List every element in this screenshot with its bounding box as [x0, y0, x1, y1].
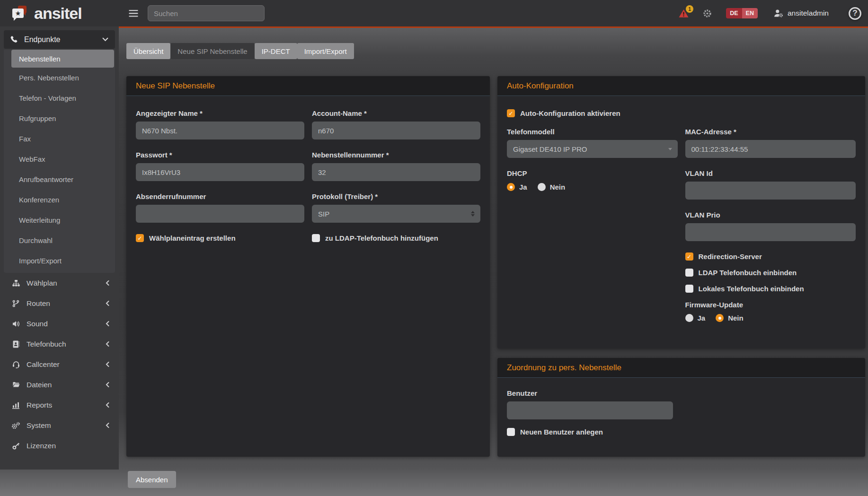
benutzer-field[interactable] — [507, 401, 673, 419]
main-content: Übersicht Neue SIP Nebenstelle IP-DECT I… — [119, 28, 868, 496]
sidebar-item-label: Nebenstellen — [19, 55, 61, 63]
sidebar-item-rufgruppen[interactable]: Rufgruppen — [4, 108, 115, 129]
sidebar-group-callcenter[interactable]: Callcenter — [0, 354, 119, 374]
mac-adresse-field[interactable] — [685, 140, 856, 158]
tab-ip-dect[interactable]: IP-DECT — [255, 43, 297, 59]
panel-body: Angezeigter Name * Account-Name * Passwo… — [126, 96, 490, 242]
check-glyph: ✓ — [508, 110, 513, 117]
benutzer-label: Benutzer — [507, 389, 856, 397]
autokonfiguration-aktivieren-checkbox[interactable]: ✓ Auto-Konfiguration aktivieren — [507, 109, 856, 117]
sidebar-item-import-export[interactable]: Import/Export — [4, 251, 115, 271]
vlan-prio-field[interactable] — [685, 223, 856, 241]
sidebar-item-label: Handbuch — [57, 470, 90, 470]
passwort-label: Passwort * — [136, 151, 304, 159]
tab-uebersicht[interactable]: Übersicht — [126, 43, 170, 59]
sidebar-item-handbuch[interactable]: Handbuch — [0, 463, 119, 470]
account-name-label: Account-Name * — [312, 109, 480, 117]
tab-neue-sip-nebenstelle[interactable]: Neue SIP Nebenstelle — [170, 43, 254, 59]
user-menu[interactable]: ansiteladmin — [774, 9, 829, 17]
passwort-field[interactable] — [136, 163, 304, 181]
firmware-ja-radio[interactable] — [685, 314, 693, 322]
sidebar-item-pers-nebenstellen[interactable]: Pers. Nebenstellen — [4, 68, 115, 88]
lang-de-button[interactable]: DE — [726, 8, 742, 18]
dhcp-ja-radio[interactable] — [507, 183, 515, 191]
tab-label: Neue SIP Nebenstelle — [177, 47, 247, 55]
submit-button[interactable]: Absenden — [128, 471, 176, 488]
absenderrufnummer-field[interactable] — [136, 205, 304, 223]
checkbox-label: zu LDAP-Telefonbuch hinzufügen — [325, 234, 438, 242]
select-updown-icon — [471, 211, 475, 217]
sidebar-submenu-endpunkte: Nebenstellen Pers. Nebenstellen Telefon … — [4, 50, 115, 273]
sidebar-item-anrufbeantworter[interactable]: Anrufbeantworter — [4, 169, 115, 190]
sidebar-group-label: Reports — [27, 401, 52, 409]
search-input[interactable] — [148, 5, 265, 21]
language-switch: DE EN — [726, 8, 758, 18]
telefonmodell-selected-value: Gigaset DE410 IP PRO — [513, 145, 587, 153]
panel-title-text: Zuordnung zu pers. Nebenstelle — [507, 363, 621, 373]
sidebar-item-weiterleitung[interactable]: Weiterleitung — [4, 210, 115, 230]
volume-icon — [11, 320, 20, 328]
chevron-left-icon — [106, 321, 109, 327]
sidebar-item-fax[interactable]: Fax — [4, 129, 115, 149]
sidebar-group-dateien[interactable]: Dateien — [0, 374, 119, 395]
firmware-nein-radio[interactable] — [716, 314, 724, 322]
sidebar-group-label: Sound — [27, 320, 48, 328]
checkbox-checked-icon: ✓ — [685, 252, 693, 261]
protokoll-select[interactable]: SIP — [312, 205, 480, 223]
checkbox-label: LDAP Telefonbuch einbinden — [699, 269, 797, 277]
sidebar-item-label: Pers. Nebenstellen — [19, 74, 79, 82]
sidebar-item-nebenstellen[interactable]: Nebenstellen — [11, 50, 114, 68]
user-icon — [774, 9, 783, 17]
neuen-benutzer-anlegen-checkbox[interactable]: Neuen Benutzer anlegen — [507, 428, 856, 436]
brand-name: ansitel — [34, 4, 82, 23]
help-glyph: ? — [852, 9, 857, 18]
sidebar-group-routen[interactable]: Routen — [0, 293, 119, 313]
sidebar-item-webfax[interactable]: WebFax — [4, 149, 115, 169]
chevron-left-icon — [106, 341, 109, 347]
nebenstellennummer-field[interactable] — [312, 163, 480, 181]
chevron-left-icon — [106, 402, 109, 408]
sidebar-item-lizenzen[interactable]: Lizenzen — [0, 435, 119, 456]
radio-label: Ja — [698, 314, 706, 322]
vlan-id-field[interactable] — [685, 182, 856, 200]
redirection-server-checkbox[interactable]: ✓ Redirection-Server — [685, 252, 856, 261]
dhcp-nein-radio[interactable] — [538, 183, 546, 191]
sidebar-item-konferenzen[interactable]: Konferenzen — [4, 190, 115, 210]
panel-zuordnung-pers-nebenstelle: Zuordnung zu pers. Nebenstelle Benutzer … — [497, 358, 865, 457]
sidebar-item-telefon-vorlagen[interactable]: Telefon - Vorlagen — [4, 88, 115, 108]
panel-title: Neue SIP Nebenstelle — [126, 76, 490, 96]
phone-icon — [10, 35, 18, 44]
account-name-field[interactable] — [312, 122, 480, 139]
lokales-telefonbuch-einbinden-checkbox[interactable]: Lokales Telefonbuch einbinden — [685, 285, 856, 293]
radio-label: Ja — [519, 183, 527, 191]
ldap-telefonbuch-einbinden-checkbox[interactable]: LDAP Telefonbuch einbinden — [685, 269, 856, 277]
alert-warning-icon[interactable]: 1 — [679, 9, 689, 18]
waehlplaneintrag-checkbox[interactable]: ✓ Wählplaneintrag erstellen — [136, 234, 304, 242]
sidebar-item-durchwahl[interactable]: Durchwahl — [4, 230, 115, 251]
hamburger-menu-icon[interactable] — [129, 10, 138, 17]
tab-import-export[interactable]: Import/Export — [297, 43, 354, 59]
check-glyph: ✓ — [137, 235, 142, 242]
vlan-prio-label: VLAN Prio — [685, 211, 856, 219]
logo-link[interactable]: ★ ansitel — [0, 0, 119, 26]
autoconfig-left-column: Telefonmodell Gigaset DE410 IP PRO DHCP — [507, 128, 678, 322]
sidebar-group-sound[interactable]: Sound — [0, 313, 119, 334]
topbar: ★ ansitel 1 DE EN ansiteladmin — [0, 0, 868, 26]
telefonmodell-select[interactable]: Gigaset DE410 IP PRO — [507, 140, 678, 158]
help-icon[interactable]: ? — [849, 7, 861, 20]
sidebar-group-system[interactable]: System — [0, 415, 119, 435]
panels-row: Neue SIP Nebenstelle Angezeigter Name * … — [126, 76, 868, 457]
angezeigter-name-field[interactable] — [136, 122, 304, 139]
sidebar-group-reports[interactable]: Reports — [0, 395, 119, 415]
panel-title: Auto-Konfiguration — [497, 76, 865, 96]
lang-en-button[interactable]: EN — [742, 8, 758, 18]
chevron-left-icon — [106, 422, 109, 428]
protokoll-selected-value: SIP — [318, 210, 329, 218]
autoconfig-right-column: MAC-Adresse * VLAN Id VLAN Prio — [685, 128, 856, 322]
sidebar-group-waehlplan[interactable]: Wählplan — [0, 273, 119, 293]
sidebar-group-telefonbuch[interactable]: Telefonbuch — [0, 334, 119, 354]
panel-body: ✓ Auto-Konfiguration aktivieren Telefonm… — [497, 96, 865, 322]
sidebar-group-endpunkte[interactable]: Endpunkte — [4, 30, 115, 49]
ldap-hinzufuegen-checkbox[interactable]: zu LDAP-Telefonbuch hinzufügen — [312, 234, 480, 242]
settings-gear-icon[interactable] — [703, 9, 712, 18]
